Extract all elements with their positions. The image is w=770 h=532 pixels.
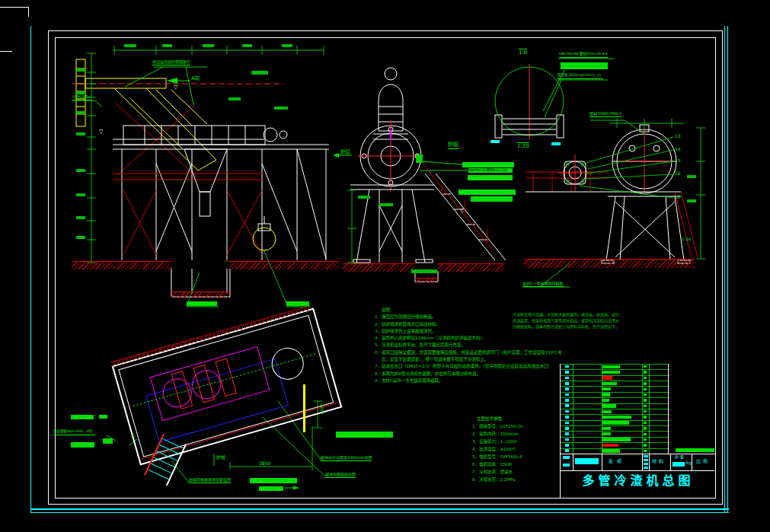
tech-param-item: 1、规格型号：LGT150-20 <box>472 422 548 430</box>
bom-qty-bar <box>644 388 647 390</box>
bom-index-cell <box>565 371 569 374</box>
bom-index-cell <box>565 387 569 390</box>
ground-hatch <box>230 261 339 269</box>
illegible-dim-text <box>358 196 370 199</box>
bom-name-bar <box>602 382 617 385</box>
illegible-label-bar <box>286 301 309 306</box>
bom-name-bar <box>602 416 631 419</box>
illegible-dim-text <box>203 44 214 47</box>
ground-hatch <box>438 263 504 272</box>
bom-column-line <box>649 364 650 454</box>
note-item: 5、冷渣机设检修平台，各尺寸确定后再行布置。 <box>375 342 568 349</box>
illegible-dim-text <box>76 169 85 172</box>
tech-param-item: 6、电机功率：15kW <box>472 460 548 468</box>
bom-name-bar <box>602 449 620 452</box>
mass-value-bar <box>673 462 685 467</box>
title-block-mark <box>644 459 648 461</box>
callout-valve: 蝶阀 DN80 PN6.3 <box>589 112 621 117</box>
illegible-dim-text <box>76 132 85 135</box>
callout-observe: 排渣溢流锅炉侧观察孔 <box>152 60 190 65</box>
bom-qty-bar <box>644 438 647 441</box>
callout-ladder: 此梯可根据现场需要设置 <box>189 478 231 483</box>
bom-name-bar <box>602 444 618 447</box>
scale-1-20: 1:20 <box>517 142 529 149</box>
tech-params-list: 1、规格型号：LGT150-202、滚筒内径：1500mm3、设备能力：1~20… <box>472 422 548 483</box>
illegible-dim-text <box>76 111 85 114</box>
bom-name-bar <box>602 410 612 413</box>
bom-border-left <box>560 364 561 454</box>
bom-qty-bar <box>644 365 647 368</box>
item-balloon: 14 <box>675 147 681 151</box>
title-block-mark <box>644 455 648 457</box>
illegible-dim-text <box>242 44 252 47</box>
description-line: 冷翻式结构，筒体内壁冷渣腔上均焊有导料板，生产流程如下。 <box>513 323 646 330</box>
bom-name-bar <box>602 432 611 435</box>
illegible-label-bar <box>561 62 608 69</box>
callout-plate: 垫层钢板400×400（3件） <box>53 430 95 435</box>
description-line: 冷渣机又称冷渣器，冷渣机主要由滚筒、进渣端、出渣端、动力 <box>513 311 646 317</box>
title-block-mark <box>644 467 648 469</box>
callout-buffer2: 缓冲仓圆弧处位置 <box>325 473 356 478</box>
illegible-dim-text <box>76 68 85 72</box>
illegible-label-bar <box>458 190 516 195</box>
bom-qty-bar <box>644 399 647 401</box>
illegible-label-bar <box>462 162 514 167</box>
note-item: 8、本图为炉A侧冷渣机布置图，炉右侧与本图对称布置。 <box>375 371 568 377</box>
bom-qty-bar <box>644 450 647 452</box>
tech-param-item: 4、出渣温度：≤100℃ <box>472 445 548 453</box>
illegible-dim-text <box>228 97 241 100</box>
caption-dir-k: K <box>132 433 135 438</box>
dim-2200: 2200 <box>319 403 324 414</box>
illegible-dim-text <box>687 175 696 178</box>
illegible-label-bar <box>676 448 714 452</box>
bom-qty-bar <box>644 393 647 396</box>
bom-name-bar <box>602 427 611 430</box>
illegible-dim-text <box>124 44 136 47</box>
elevation-mark: ▽ <box>174 85 177 91</box>
bom-column-line <box>573 364 574 454</box>
bom-index-cell <box>565 432 569 435</box>
callout-bolt-top: GB5780-86 螺栓M16×35-4.8 <box>559 53 608 58</box>
name-label: 名称 <box>609 459 625 464</box>
illegible-dim-text <box>162 44 172 47</box>
ground-hatch <box>524 259 695 268</box>
elevation-mark: ▽ <box>99 129 103 135</box>
bom-name-bar <box>602 371 620 374</box>
title-block-line <box>573 454 574 470</box>
title-block-line <box>670 454 671 470</box>
note-item: 7、接进出水口（DN25×2.5）的管子有自由拉动的柔性。（管子的固定点应适当远… <box>375 363 568 370</box>
title-block-line <box>692 454 692 470</box>
elevation-mark: ▽ <box>460 209 464 214</box>
item-balloon: 15 <box>675 158 681 163</box>
note-item: 9、支柱C其中一条支腿需现场截取。 <box>375 377 568 384</box>
illegible-dim-text <box>411 269 437 273</box>
illegible-dim-text <box>76 193 85 196</box>
illegible-dim-text <box>282 44 292 47</box>
tech-param-item: 7、冷却水质：澄清水 <box>472 468 548 476</box>
illegible-label-bar <box>99 415 107 419</box>
dim-3850: 3850 <box>259 461 270 466</box>
illegible-label-bar <box>71 415 94 419</box>
description-lines: 冷渣机又称冷渣器，冷渣机主要由滚筒、进渣端、出渣端、动力传动装置、底架和吸风气罩… <box>513 311 646 330</box>
bom-index-cell <box>565 438 569 441</box>
bom-name-bar <box>602 376 612 379</box>
bom-index-cell <box>565 422 569 425</box>
note-item: 6、吸风口接除尘烟道，管道需要做保温措施，并装设必要的调节门（用户自理，工作温度… <box>375 349 568 364</box>
tech-param-item: 2、滚筒内径：1500mm <box>472 430 548 438</box>
bom-name-bar <box>602 404 616 407</box>
bom-qty-bar <box>644 427 647 429</box>
ground-hatch <box>343 263 415 272</box>
tech-params-block: 主要技术参数 1、规格型号：LGT150-202、滚筒内径：1500mm3、设备… <box>472 415 548 483</box>
title-block-line <box>602 454 602 470</box>
detail-1-20 <box>558 137 673 198</box>
illegible-dim-text <box>76 91 85 94</box>
bom-index-cell <box>565 382 569 385</box>
description-line: 传动装置、底架和吸风气罩等部分组成。滚筒和冷渣腔均采用水 <box>513 317 646 323</box>
callout-bolt-mid: GB5780-86 螺栓M16×185 <box>468 168 513 173</box>
illegible-dim-text <box>687 199 696 202</box>
bom-qty-bar <box>644 405 647 407</box>
callout-support: 支柱C一条支腿现场截取 <box>522 282 564 287</box>
title-block-line <box>560 470 714 471</box>
bom-index-cell <box>565 393 569 397</box>
bom-qty-bar <box>644 377 647 379</box>
